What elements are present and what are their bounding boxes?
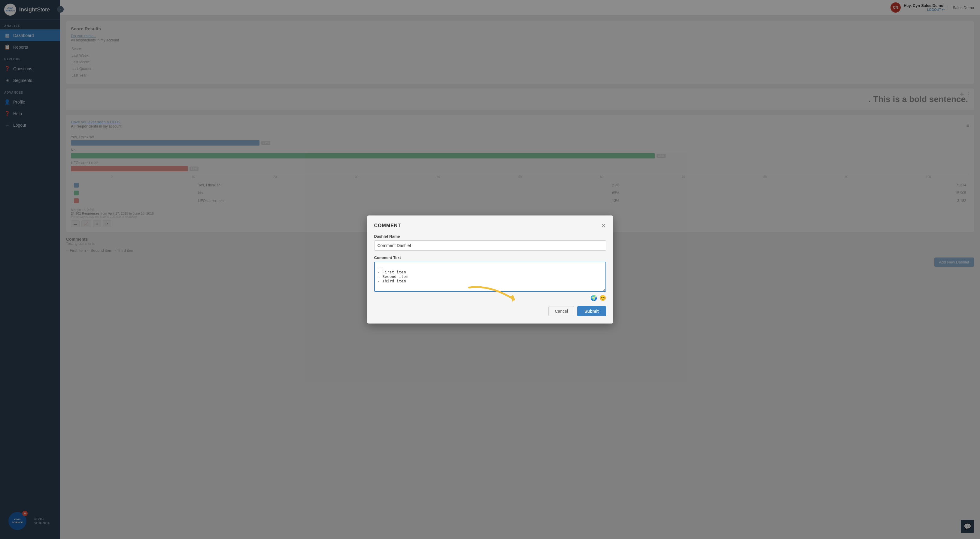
comment-text-label: Comment Text — [374, 255, 606, 260]
comment-text-textarea[interactable]: --- - First item - Second item - Third i… — [374, 262, 606, 292]
modal-footer: Cancel Submit — [374, 306, 606, 316]
emoji-row: 🌍 😊 — [374, 295, 606, 301]
modal-close-button[interactable]: ✕ — [601, 223, 606, 229]
emoji-button-2[interactable]: 😊 — [600, 295, 606, 301]
emoji-button-1[interactable]: 🌍 — [590, 295, 597, 301]
comment-modal: COMMENT ✕ Dashlet Name Comment Text --- … — [367, 216, 613, 323]
modal-title: COMMENT — [374, 223, 401, 228]
dashlet-name-input[interactable] — [374, 240, 606, 250]
modal-cancel-button[interactable]: Cancel — [549, 306, 574, 316]
modal-header: COMMENT ✕ — [374, 223, 606, 229]
modal-overlay[interactable]: COMMENT ✕ Dashlet Name Comment Text --- … — [0, 0, 980, 539]
modal-submit-button[interactable]: Submit — [577, 306, 606, 316]
dashlet-name-label: Dashlet Name — [374, 234, 606, 239]
